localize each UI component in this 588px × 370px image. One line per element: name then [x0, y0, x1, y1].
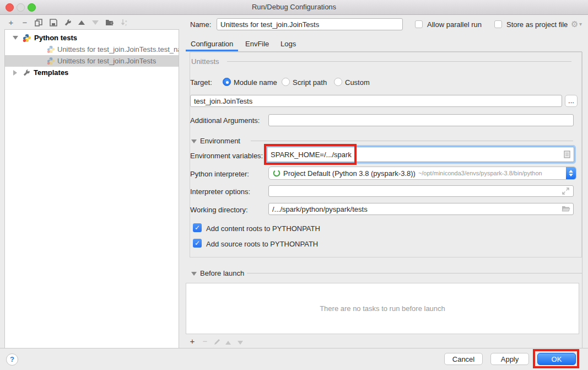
tab-configuration[interactable]: Configuration: [191, 40, 233, 48]
add-content-roots-checkbox[interactable]: ✓: [193, 223, 202, 232]
environment-variables-label: Environment variables:: [190, 152, 263, 160]
tree-item-python-tests[interactable]: Python tests: [5, 32, 179, 44]
target-module-input[interactable]: [190, 95, 562, 107]
python-tests-icon: [23, 34, 31, 42]
window-title: Run/Debug Configurations: [0, 3, 588, 11]
radio-custom[interactable]: [334, 78, 342, 86]
environment-variables-input[interactable]: [267, 151, 564, 159]
target-label: Target:: [190, 78, 212, 87]
move-up-icon[interactable]: [77, 18, 86, 27]
configurations-tree: Python tests Unittests for test_join.Joi…: [4, 29, 179, 348]
unittests-group-line: [227, 61, 571, 62]
cancel-button[interactable]: Cancel: [444, 353, 483, 365]
panel-right-border: [582, 52, 582, 348]
move-task-down-icon: [236, 338, 245, 347]
additional-arguments-label: Additional Arguments:: [190, 116, 260, 125]
folder-icon[interactable]: [562, 205, 570, 212]
browse-button[interactable]: ...: [565, 95, 578, 107]
help-button[interactable]: ?: [6, 353, 18, 366]
svg-text:a: a: [125, 19, 127, 23]
sort-configurations-icon: az: [120, 18, 129, 27]
footer-divider: [0, 348, 588, 348]
python-test-icon: [47, 57, 55, 65]
radio-module-name-label: Module name: [234, 78, 277, 87]
chevron-up-down-icon[interactable]: [566, 167, 576, 179]
environment-group-line: [251, 141, 573, 141]
svg-text:z: z: [125, 23, 127, 26]
store-as-project-file-checkbox[interactable]: [494, 20, 502, 28]
tab-envfile[interactable]: EnvFile: [245, 40, 269, 48]
copy-configuration-icon[interactable]: [34, 18, 43, 27]
name-label: Name:: [190, 20, 211, 29]
tree-item-unittest-jointests-selected[interactable]: Unittests for test_join.JoinTests: [5, 55, 179, 67]
environment-group-label: Environment: [200, 137, 240, 145]
environment-collapse-icon[interactable]: [191, 140, 197, 143]
new-folder-icon[interactable]: [105, 18, 114, 27]
title-bar: Run/Debug Configurations: [0, 0, 588, 15]
before-launch-group-line: [247, 273, 582, 274]
tree-item-label: Unittests for test_join.JoinTests.test_n…: [57, 45, 179, 53]
move-down-icon: [91, 18, 100, 27]
wrench-icon: [23, 69, 30, 77]
radio-module-name[interactable]: [223, 78, 231, 86]
expand-field-icon[interactable]: [562, 187, 569, 195]
add-content-roots-label: Add content roots to PYTHONPATH: [206, 224, 320, 233]
ok-button[interactable]: OK: [537, 353, 576, 365]
python-interpreter-path: ~/opt/miniconda3/envs/pyspark-3.8/bin/py…: [418, 170, 542, 176]
radio-custom-label: Custom: [345, 78, 370, 87]
gear-caret-icon: ▾: [579, 21, 582, 27]
chevron-down-icon[interactable]: [13, 36, 18, 40]
python-test-icon: [47, 45, 55, 53]
tree-item-unittest-narrow[interactable]: Unittests for test_join.JoinTests.test_n…: [5, 44, 179, 55]
apply-button[interactable]: Apply: [490, 353, 529, 365]
tree-item-label: Python tests: [34, 34, 77, 42]
working-directory-label: Working directory:: [190, 206, 248, 214]
tree-item-templates[interactable]: Templates: [5, 67, 179, 78]
edit-templates-wrench-icon[interactable]: [63, 18, 72, 27]
working-directory-input[interactable]: [268, 203, 574, 215]
allow-parallel-run-label: Allow parallel run: [427, 20, 482, 29]
add-source-roots-checkbox[interactable]: ✓: [193, 239, 202, 248]
before-launch-empty-text: There are no tasks to run before launch: [320, 304, 445, 313]
before-launch-task-list: There are no tasks to run before launch: [186, 283, 579, 334]
environment-variables-field[interactable]: [267, 147, 574, 162]
interpreter-options-label: Interpreter options:: [190, 187, 250, 196]
edit-task-icon: [213, 337, 222, 346]
tree-item-label: Templates: [34, 68, 68, 77]
radio-script-path[interactable]: [282, 78, 290, 86]
additional-arguments-input[interactable]: [268, 114, 574, 126]
allow-parallel-run-checkbox[interactable]: [415, 20, 423, 28]
python-interpreter-value: Project Default (Python 3.8 (pyspark-3.8…: [283, 169, 416, 178]
name-input[interactable]: [217, 18, 403, 30]
add-source-roots-label: Add source roots to PYTHONPATH: [206, 240, 318, 248]
python-interpreter-select[interactable]: Project Default (Python 3.8 (pyspark-3.8…: [268, 167, 576, 180]
remove-configuration-button[interactable]: −: [20, 18, 29, 27]
conda-env-icon: [273, 169, 280, 177]
remove-task-icon: −: [201, 337, 209, 346]
add-configuration-button[interactable]: +: [7, 18, 15, 27]
before-launch-group-label: Before launch: [200, 269, 244, 277]
radio-script-path-label: Script path: [293, 78, 327, 87]
store-as-project-file-label: Store as project file: [506, 20, 568, 29]
env-vars-browse-icon[interactable]: [564, 151, 570, 158]
add-task-button[interactable]: +: [188, 337, 197, 346]
chevron-right-icon[interactable]: [13, 70, 17, 76]
tree-item-label: Unittests for test_join.JoinTests: [57, 57, 156, 65]
gear-icon[interactable]: ⚙: [571, 19, 578, 29]
active-tab-underline: [186, 50, 238, 51]
run-debug-configurations-dialog: Run/Debug Configurations + − az Python t…: [0, 0, 588, 370]
move-task-up-icon: [224, 338, 233, 347]
interpreter-options-input[interactable]: [268, 185, 574, 197]
unittests-group-label: Unittests: [191, 57, 219, 66]
before-launch-collapse-icon[interactable]: [191, 272, 197, 276]
tab-logs[interactable]: Logs: [280, 40, 296, 48]
python-interpreter-label: Python interpreter:: [190, 170, 249, 178]
save-configuration-icon[interactable]: [49, 18, 58, 27]
